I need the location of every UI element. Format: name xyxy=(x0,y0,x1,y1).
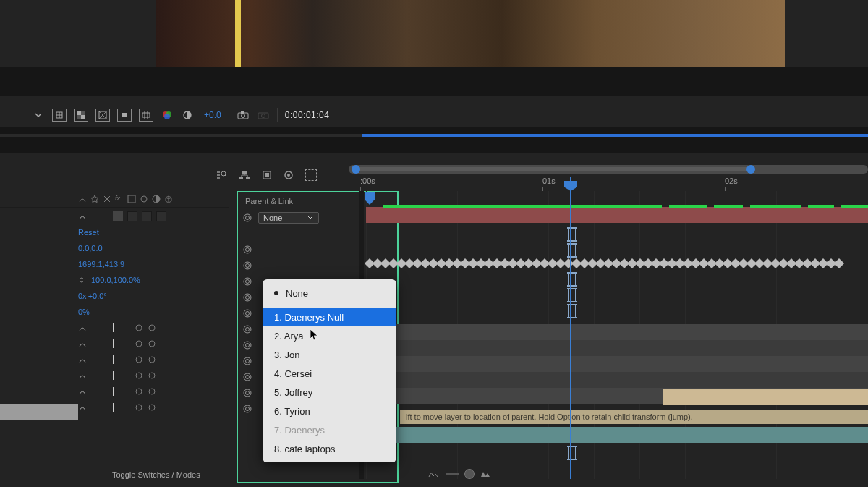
grid-icon[interactable] xyxy=(52,109,67,122)
shy-switch-icon[interactable] xyxy=(78,323,87,332)
layer-row[interactable] xyxy=(78,208,223,224)
pickwhip-icon[interactable] xyxy=(242,388,252,398)
star-icon[interactable] xyxy=(90,195,99,203)
pickwhip-icon[interactable] xyxy=(242,245,252,255)
in-point-marker[interactable] xyxy=(568,274,576,285)
composition-preview[interactable] xyxy=(156,0,785,67)
in-point-marker[interactable] xyxy=(568,289,576,301)
exposure-icon[interactable] xyxy=(181,109,194,121)
work-area-bar[interactable] xyxy=(0,134,868,137)
pickwhip-icon[interactable] xyxy=(242,340,252,350)
color-channels-icon[interactable] xyxy=(161,109,174,121)
shy-switch-icon[interactable] xyxy=(78,371,87,380)
exposure-value[interactable]: +0.0 xyxy=(204,110,221,120)
pickwhip-icon[interactable] xyxy=(242,308,252,318)
shy-switch-icon[interactable] xyxy=(78,339,87,348)
show-snapshot-icon[interactable] xyxy=(257,109,270,121)
solo-switch[interactable] xyxy=(127,211,137,221)
chevron-down-icon[interactable] xyxy=(32,109,45,121)
in-point-marker[interactable] xyxy=(568,447,576,459)
shy-switch-icon[interactable] xyxy=(78,387,87,396)
menu-item[interactable]: 4. Cersei xyxy=(263,364,396,383)
pickwhip-icon[interactable] xyxy=(242,372,252,382)
toggle-switches-modes-button[interactable]: Toggle Switches / Modes xyxy=(112,470,200,479)
menu-item[interactable]: 2. Arya xyxy=(263,326,396,345)
layer-bar[interactable] xyxy=(366,324,868,340)
fx-icon[interactable]: fx xyxy=(115,195,124,203)
timeline-navigator[interactable] xyxy=(349,165,868,174)
lock-switch[interactable] xyxy=(142,211,152,221)
pickwhip-icon[interactable] xyxy=(242,261,252,271)
effects-switch-icon[interactable] xyxy=(103,195,111,203)
shy-icon[interactable] xyxy=(262,170,272,180)
pickwhip-icon[interactable] xyxy=(242,276,252,287)
in-point-marker[interactable] xyxy=(568,245,576,256)
layer-row[interactable] xyxy=(78,368,223,384)
pickwhip-icon[interactable] xyxy=(242,324,252,334)
shy-switch-icon[interactable] xyxy=(78,403,87,412)
rotation-turns[interactable]: 0x xyxy=(78,292,87,300)
motion-blur-icon[interactable] xyxy=(305,169,317,181)
edit-icon[interactable] xyxy=(113,323,114,332)
layer-bar[interactable] xyxy=(366,427,868,443)
zoom-slider-knob[interactable] xyxy=(464,469,475,479)
shy-switch-icon[interactable] xyxy=(78,212,87,221)
parent-dropdown[interactable]: None xyxy=(258,212,319,224)
pickwhip-icon[interactable] xyxy=(242,356,252,366)
current-time-indicator[interactable] xyxy=(570,177,571,479)
layer-bar[interactable] xyxy=(366,207,868,223)
label-color[interactable] xyxy=(113,211,123,221)
reset-link[interactable]: Reset xyxy=(78,228,99,237)
pickwhip-icon[interactable] xyxy=(242,292,252,302)
constrain-proportions-icon[interactable] xyxy=(78,276,87,284)
transparency-grid-icon[interactable] xyxy=(74,109,88,122)
layer-bar[interactable] xyxy=(366,372,868,388)
layer-row[interactable] xyxy=(78,399,223,415)
motion-blur-toggle[interactable] xyxy=(148,323,156,332)
search-icon[interactable] xyxy=(216,170,227,180)
menu-item-none[interactable]: None xyxy=(263,284,396,302)
keyframe-track[interactable] xyxy=(366,259,868,268)
adjustment-switch-icon[interactable] xyxy=(152,195,161,203)
zoom-in-icon[interactable] xyxy=(480,470,492,478)
pickwhip-icon[interactable] xyxy=(242,213,252,223)
guides-icon[interactable] xyxy=(139,109,153,122)
layer-bar[interactable] xyxy=(663,389,868,405)
in-point-marker[interactable] xyxy=(568,229,576,240)
snapshot-icon[interactable] xyxy=(237,109,250,121)
timeline-zoom-control[interactable] xyxy=(428,469,492,479)
in-point-marker[interactable] xyxy=(568,305,576,317)
shy-switch-icon[interactable] xyxy=(78,195,87,203)
shy-switch-icon[interactable] xyxy=(78,355,87,364)
selected-layer-highlight[interactable] xyxy=(0,404,78,420)
switch[interactable] xyxy=(156,211,166,221)
menu-item[interactable]: 1. Daenerys Null xyxy=(263,308,396,326)
frame-blend-icon[interactable] xyxy=(284,170,294,180)
menu-item[interactable]: 6. Tyrion xyxy=(263,402,396,420)
mask-icon[interactable] xyxy=(95,109,110,122)
3d-switch-icon[interactable] xyxy=(164,195,173,203)
timecode-display[interactable]: 0:00:01:04 xyxy=(285,110,330,120)
zoom-out-icon[interactable] xyxy=(428,470,440,478)
motion-blur-switch-icon[interactable] xyxy=(140,195,148,203)
frame-blend-switch-icon[interactable] xyxy=(127,195,136,203)
pickwhip-icon[interactable] xyxy=(242,404,252,414)
menu-item[interactable]: 5. Joffrey xyxy=(263,383,396,402)
layer-row[interactable] xyxy=(78,384,223,399)
layer-row[interactable] xyxy=(78,336,223,352)
rotation-value[interactable]: +0.0° xyxy=(88,292,107,300)
scale-value[interactable]: 100.0,100.0% xyxy=(91,276,140,284)
layer-row[interactable] xyxy=(78,352,223,368)
composition-flowchart-icon[interactable] xyxy=(239,170,250,180)
position-value[interactable]: 1699.1,413.9 xyxy=(78,260,124,268)
anchor-point-value[interactable]: 0.0,0.0 xyxy=(78,244,103,253)
menu-item[interactable]: 8. cafe laptops xyxy=(263,439,396,458)
layer-bar[interactable] xyxy=(366,340,868,356)
opacity-value[interactable]: 0% xyxy=(78,308,90,316)
layer-row[interactable] xyxy=(78,320,223,336)
region-icon[interactable] xyxy=(117,109,132,122)
menu-item[interactable]: 3. Jon xyxy=(263,345,396,364)
motion-blur-toggle[interactable] xyxy=(135,323,143,332)
time-ruler[interactable]: :00s 01s 02s xyxy=(349,177,868,191)
layer-bar[interactable] xyxy=(366,356,868,372)
